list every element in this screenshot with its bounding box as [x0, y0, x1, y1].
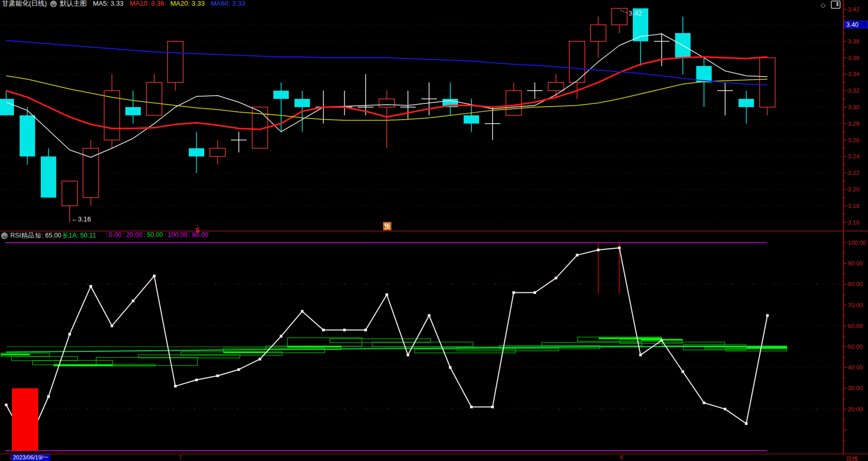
candle-body	[379, 99, 394, 107]
rsi-point-marker	[258, 358, 261, 361]
candle-body	[167, 41, 183, 83]
rsi-point-marker	[153, 275, 156, 277]
rsi-point-marker	[534, 291, 536, 294]
rsi-point-marker	[724, 408, 726, 410]
rsi-axis-label: 40.00	[848, 364, 863, 370]
candle-body	[41, 156, 56, 198]
candle-body	[506, 91, 522, 115]
rsi-header-token: : 50.00	[143, 231, 163, 240]
trading-app-window: 甘肃能化(日线) 默认主图 MA5: 3.33MA10: 3.36MA20: 3…	[0, 0, 868, 461]
rsi-point-marker	[681, 370, 684, 373]
rsi-point-marker	[766, 314, 769, 317]
price-axis-label: 3.30	[848, 104, 859, 110]
candle-body	[20, 115, 35, 157]
rsi-point-marker	[195, 379, 198, 381]
rsi-point-marker	[237, 368, 240, 371]
rsi-point-marker	[89, 285, 92, 288]
rsi-point-marker	[68, 333, 71, 335]
price-axis-label: 3.38	[848, 38, 859, 44]
rsi-axis-label: 60.00	[848, 323, 863, 329]
price-axis-label: 3.20	[848, 186, 859, 192]
rsi-point-marker	[132, 300, 134, 302]
rsi-axis-label: 70.00	[848, 302, 863, 308]
rsi-point-marker	[576, 254, 578, 257]
rsi-long-step-box	[662, 342, 725, 346]
rsi-point-marker	[5, 404, 8, 406]
candlestick-and-rsi-plot[interactable]: ←3.163.42	[0, 0, 868, 461]
candle-body	[548, 82, 564, 91]
candle-body	[0, 99, 14, 115]
rsi-point-marker	[343, 329, 346, 331]
price-axis-label: 3.24	[848, 153, 859, 159]
month-label: 8	[620, 454, 623, 460]
rsi-header-token: 长1A: 50.11	[63, 231, 96, 240]
candle-body	[146, 82, 162, 115]
ma-line-ma60	[6, 40, 767, 85]
rsi-header-token: : 80.00	[189, 231, 208, 240]
rsi-point-marker	[111, 324, 113, 327]
rsi-axis-label: 90.00	[848, 260, 863, 266]
rsi-point-marker	[639, 354, 642, 356]
rsi-axis-label: 80.00	[848, 281, 863, 287]
candle-body	[273, 91, 289, 99]
rsi-axis-label: 20.00	[848, 406, 863, 412]
rsi-point-marker	[364, 329, 367, 331]
rsi-indicator-header: RSI精品短: 65.00长1A: 50.11: 0.00: 20.00: 50…	[0, 232, 845, 240]
price-axis-label: 3.42	[848, 6, 859, 12]
current-price-badge: 3.40	[844, 21, 868, 28]
rsi-point-marker	[555, 277, 557, 279]
period-label[interactable]: 日线	[846, 455, 858, 461]
rsi-point-marker	[407, 354, 409, 356]
candle-body	[295, 99, 310, 107]
rsi-point-marker	[512, 291, 515, 294]
low-annotation: ←3.16	[71, 215, 91, 223]
price-axis-label: 3.16	[848, 219, 859, 226]
rsi-header-token: : 20.00	[123, 231, 142, 240]
rsi-point-marker	[386, 293, 388, 296]
rsi-axis-label: 50.00	[848, 344, 863, 350]
candle-body	[759, 58, 775, 107]
date-axis[interactable]: 202 2023/06/19/一 78	[0, 454, 868, 461]
price-axis-label: 3.18	[848, 203, 859, 209]
price-axis-label: 3.26	[848, 137, 859, 143]
rsi-buy-signal-block	[12, 388, 38, 451]
rsi-point-marker	[322, 329, 325, 331]
high-annotation: 3.42	[629, 9, 642, 17]
rsi-long-step-box	[11, 356, 78, 361]
rsi-point-marker	[301, 310, 303, 313]
candle-body	[210, 148, 225, 157]
rsi-long1a-line	[6, 347, 787, 352]
price-axis-label: 3.28	[848, 121, 859, 127]
rsi-header-token: : 100.00	[164, 231, 187, 240]
rsi-point-marker	[280, 335, 282, 337]
candle-body	[739, 99, 754, 107]
month-label: 7	[179, 454, 182, 460]
rsi-point-marker	[745, 422, 748, 425]
rsi-header-token: 短: 65.00	[35, 231, 62, 240]
rsi-point-marker	[618, 247, 621, 249]
rsi-point-marker	[703, 401, 705, 404]
candle-body	[62, 181, 78, 206]
rsi-point-marker	[174, 385, 177, 388]
rsi-point-marker	[449, 366, 451, 369]
rsi-point-marker	[597, 249, 600, 251]
rsi-point-marker	[660, 339, 663, 341]
candle-body	[189, 148, 204, 157]
rsi-point-marker	[47, 395, 50, 398]
price-axis-label: 3.22	[848, 170, 859, 176]
alert-signal-marker: 预	[383, 222, 391, 230]
rsi-point-marker	[217, 375, 219, 377]
selected-date-label: 2023/06/19/一	[11, 454, 50, 461]
rsi-point-marker	[491, 406, 494, 408]
rsi-header-token: : 0.00	[105, 231, 121, 240]
rsi-point-marker	[470, 406, 473, 408]
rsi-values: RSI精品短: 65.00长1A: 50.11: 0.00: 20.00: 50…	[10, 231, 209, 240]
rsi-header-token: RSI精品	[10, 231, 34, 240]
candle-body	[612, 8, 627, 25]
chevron-down-circle-icon[interactable]	[1, 232, 8, 239]
price-axis-label: 3.36	[848, 55, 859, 61]
rsi-short-line	[6, 248, 767, 444]
price-axis-label: 3.34	[848, 71, 859, 77]
price-axis-label: 3.32	[848, 87, 859, 94]
rsi-axis-label: 100.00	[848, 240, 866, 246]
